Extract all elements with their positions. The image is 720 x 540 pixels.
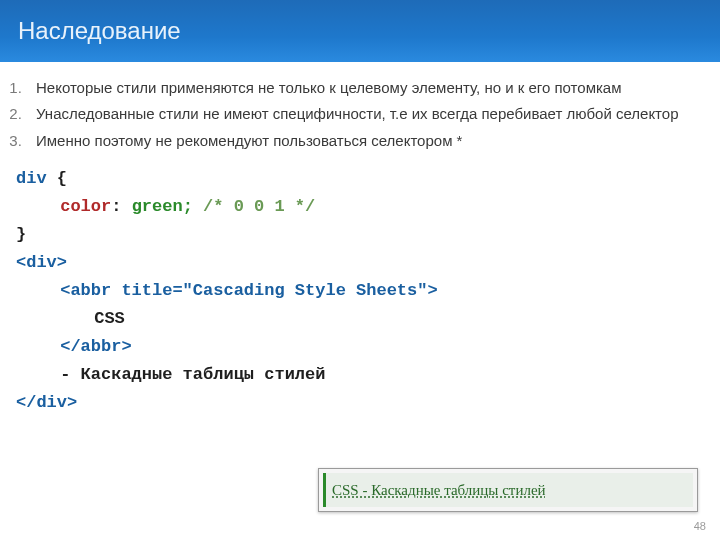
render-preview: CSS - Каскадные таблицы стилей	[318, 468, 698, 512]
html-text-line: - Каскадные таблицы стилей	[60, 365, 325, 384]
slide-content: Некоторые стили применяются не только к …	[0, 62, 720, 417]
css-selector: div	[16, 169, 47, 188]
css-prop: color	[60, 197, 111, 216]
html-open-div: <div>	[16, 253, 67, 272]
list-item: Именно поэтому не рекомендуют пользовать…	[26, 131, 698, 151]
css-comment: /* 0 0 1 */	[203, 197, 315, 216]
css-brace-close: }	[16, 225, 26, 244]
bullet-list: Некоторые стили применяются не только к …	[0, 78, 698, 151]
code-block: div { color: green; /* 0 0 1 */ } <div> …	[0, 165, 698, 417]
html-close-abbr: </abbr>	[60, 337, 131, 356]
slide-title: Наследование	[18, 17, 181, 45]
html-abbr-text: CSS	[94, 309, 125, 328]
list-item: Унаследованные стили не имеют специфично…	[26, 104, 698, 124]
render-text: CSS - Каскадные таблицы стилей	[323, 473, 693, 507]
page-number: 48	[694, 520, 706, 532]
list-item: Некоторые стили применяются не только к …	[26, 78, 698, 98]
css-value: green;	[132, 197, 193, 216]
html-open-abbr: <abbr title="Cascading Style Sheets">	[60, 281, 437, 300]
slide-header: Наследование	[0, 0, 720, 62]
css-brace-open: {	[57, 169, 67, 188]
html-close-div: </div>	[16, 393, 77, 412]
